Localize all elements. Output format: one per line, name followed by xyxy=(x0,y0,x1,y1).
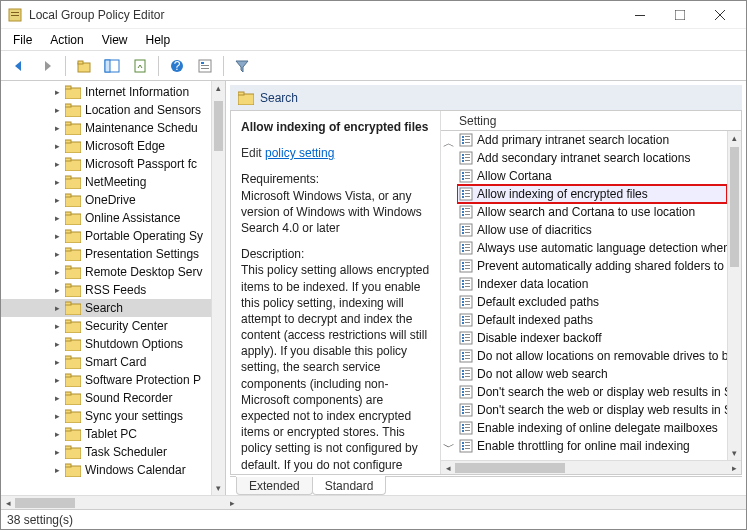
menu-view[interactable]: View xyxy=(94,31,136,49)
list-vertical-scrollbar[interactable]: ▴ ▾ xyxy=(727,131,741,460)
list-row[interactable]: Disable indexer backoff xyxy=(457,329,727,347)
tree-item[interactable]: ▸OneDrive xyxy=(1,191,211,209)
list-spin-gutter[interactable]: ︿ ﹀ xyxy=(441,131,457,460)
list-row[interactable]: Allow indexing of encrypted files xyxy=(457,185,727,203)
list-row[interactable]: Prevent automatically adding shared fold… xyxy=(457,257,727,275)
filter-button[interactable] xyxy=(230,54,254,78)
expand-icon[interactable]: ▸ xyxy=(51,248,63,260)
tree-item[interactable]: ▸Maintenance Schedu xyxy=(1,119,211,137)
tree-item[interactable]: ▸Sound Recorder xyxy=(1,389,211,407)
tree-item[interactable]: ▸Tablet PC xyxy=(1,425,211,443)
expand-icon[interactable]: ▸ xyxy=(51,266,63,278)
tree-item[interactable]: ▸RSS Feeds xyxy=(1,281,211,299)
tree-item[interactable]: ▸Presentation Settings xyxy=(1,245,211,263)
close-button[interactable] xyxy=(700,1,740,29)
up-button[interactable] xyxy=(72,54,96,78)
expand-icon[interactable]: ▸ xyxy=(51,158,63,170)
expand-icon[interactable]: ▸ xyxy=(51,320,63,332)
list-row[interactable]: Do not allow web search xyxy=(457,365,727,383)
list-row[interactable]: Add secondary intranet search locations xyxy=(457,149,727,167)
show-hide-tree-button[interactable] xyxy=(100,54,124,78)
expand-icon[interactable]: ▸ xyxy=(51,338,63,350)
scroll-left-icon[interactable]: ◂ xyxy=(441,463,455,473)
forward-button[interactable] xyxy=(35,54,59,78)
list-row[interactable]: Allow use of diacritics xyxy=(457,221,727,239)
tree-item[interactable]: ▸Task Scheduler xyxy=(1,443,211,461)
list-row[interactable]: Don't search the web or display web resu… xyxy=(457,401,727,419)
expand-icon[interactable]: ▸ xyxy=(51,230,63,242)
tree-item[interactable]: ▸Windows Calendar xyxy=(1,461,211,479)
scroll-thumb[interactable] xyxy=(15,498,75,508)
expand-icon[interactable]: ▸ xyxy=(51,428,63,440)
list-row[interactable]: Enable throttling for online mail indexi… xyxy=(457,437,727,455)
help-button[interactable]: ? xyxy=(165,54,189,78)
column-setting[interactable]: Setting xyxy=(459,114,496,128)
expand-icon[interactable]: ▸ xyxy=(51,176,63,188)
minimize-button[interactable] xyxy=(620,1,660,29)
tree-item[interactable]: ▸Microsoft Edge xyxy=(1,137,211,155)
tab-extended[interactable]: Extended xyxy=(236,477,313,495)
tree-item[interactable]: ▸Online Assistance xyxy=(1,209,211,227)
list-row[interactable]: Allow search and Cortana to use location xyxy=(457,203,727,221)
menu-help[interactable]: Help xyxy=(138,31,179,49)
tree-item[interactable]: ▸Remote Desktop Serv xyxy=(1,263,211,281)
scroll-thumb[interactable] xyxy=(214,101,223,151)
tree-item[interactable]: ▸Location and Sensors xyxy=(1,101,211,119)
tree[interactable]: ▸Internet Information▸Location and Senso… xyxy=(1,81,211,479)
scroll-up-icon[interactable]: ▴ xyxy=(212,81,225,95)
tree-item[interactable]: ▸NetMeeting xyxy=(1,173,211,191)
tree-item[interactable]: ▸Shutdown Options xyxy=(1,335,211,353)
expand-icon[interactable]: ▸ xyxy=(51,356,63,368)
list-row[interactable]: Add primary intranet search location xyxy=(457,131,727,149)
expand-icon[interactable]: ▸ xyxy=(51,392,63,404)
expand-icon[interactable]: ▸ xyxy=(51,104,63,116)
list-row[interactable]: Don't search the web or display web resu… xyxy=(457,383,727,401)
list-row[interactable]: Default indexed paths xyxy=(457,311,727,329)
chevron-down-icon[interactable]: ﹀ xyxy=(443,439,455,456)
list-row[interactable]: Default excluded paths xyxy=(457,293,727,311)
scroll-down-icon[interactable]: ▾ xyxy=(212,481,225,495)
tree-item[interactable]: ▸Software Protection P xyxy=(1,371,211,389)
list-row[interactable]: Do not allow locations on removable driv… xyxy=(457,347,727,365)
list-header[interactable]: Setting xyxy=(441,111,741,131)
properties-button[interactable] xyxy=(193,54,217,78)
scroll-right-icon[interactable]: ▸ xyxy=(727,463,741,473)
list-horizontal-scrollbar[interactable]: ◂ ▸ xyxy=(441,460,741,474)
scroll-right-icon[interactable]: ▸ xyxy=(225,498,239,508)
tree-horizontal-scrollbar[interactable]: ◂ ▸ xyxy=(1,495,746,509)
tree-item[interactable]: ▸Search xyxy=(1,299,211,317)
list-row[interactable]: Always use automatic language detection … xyxy=(457,239,727,257)
tree-item[interactable]: ▸Microsoft Passport fc xyxy=(1,155,211,173)
tree-vertical-scrollbar[interactable]: ▴ ▾ xyxy=(211,81,225,495)
expand-icon[interactable]: ▸ xyxy=(51,86,63,98)
tree-item[interactable]: ▸Security Center xyxy=(1,317,211,335)
scroll-thumb[interactable] xyxy=(730,147,739,267)
expand-icon[interactable]: ▸ xyxy=(51,410,63,422)
settings-list[interactable]: Add primary intranet search locationAdd … xyxy=(457,131,727,460)
expand-icon[interactable]: ▸ xyxy=(51,302,63,314)
menu-action[interactable]: Action xyxy=(42,31,91,49)
expand-icon[interactable]: ▸ xyxy=(51,122,63,134)
chevron-up-icon[interactable]: ︿ xyxy=(443,135,455,152)
scroll-thumb[interactable] xyxy=(455,463,565,473)
tree-item[interactable]: ▸Sync your settings xyxy=(1,407,211,425)
list-row[interactable]: Indexer data location xyxy=(457,275,727,293)
tab-standard[interactable]: Standard xyxy=(312,477,387,495)
expand-icon[interactable]: ▸ xyxy=(51,284,63,296)
back-button[interactable] xyxy=(7,54,31,78)
tree-item[interactable]: ▸Internet Information xyxy=(1,83,211,101)
export-list-button[interactable] xyxy=(128,54,152,78)
expand-icon[interactable]: ▸ xyxy=(51,446,63,458)
scroll-down-icon[interactable]: ▾ xyxy=(728,446,741,460)
menu-file[interactable]: File xyxy=(5,31,40,49)
expand-icon[interactable]: ▸ xyxy=(51,374,63,386)
expand-icon[interactable]: ▸ xyxy=(51,194,63,206)
list-row[interactable]: Enable indexing of online delegate mailb… xyxy=(457,419,727,437)
expand-icon[interactable]: ▸ xyxy=(51,464,63,476)
scroll-left-icon[interactable]: ◂ xyxy=(1,498,15,508)
tree-item[interactable]: ▸Portable Operating Sy xyxy=(1,227,211,245)
list-row[interactable]: Allow Cortana xyxy=(457,167,727,185)
tree-item[interactable]: ▸Smart Card xyxy=(1,353,211,371)
edit-policy-link[interactable]: policy setting xyxy=(265,146,334,160)
expand-icon[interactable]: ▸ xyxy=(51,140,63,152)
